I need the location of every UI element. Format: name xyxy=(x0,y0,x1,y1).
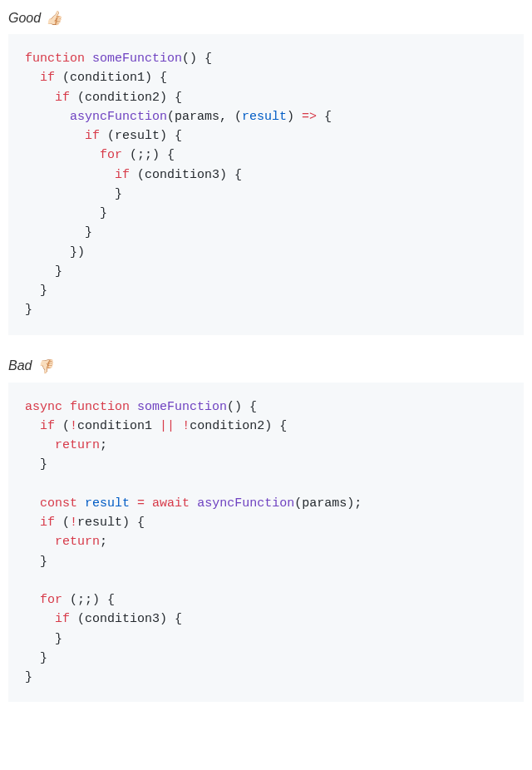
code-token xyxy=(25,496,40,511)
code-token: if xyxy=(40,419,55,433)
code-token: condition2) { xyxy=(190,419,287,433)
code-token: if xyxy=(55,91,70,105)
code-token: result xyxy=(85,496,130,511)
code-token xyxy=(25,419,40,433)
bad-code-block: async function someFunction() { if (!con… xyxy=(8,383,524,703)
code-token: asyncFunction xyxy=(197,496,294,511)
code-token: (;;) { xyxy=(122,148,175,162)
code-token xyxy=(25,110,70,124)
thumbs-down-icon: 👎🏻 xyxy=(37,358,53,374)
code-token: } xyxy=(25,632,62,646)
code-token xyxy=(25,71,40,85)
code-token: someFunction xyxy=(137,400,227,414)
code-token: function xyxy=(70,400,130,414)
code-token: result xyxy=(242,110,287,124)
code-token: = xyxy=(137,496,145,511)
code-token: ; xyxy=(100,438,107,452)
code-token: } xyxy=(25,457,47,471)
code-token xyxy=(130,496,137,511)
code-token: () { xyxy=(227,400,257,414)
code-token xyxy=(25,148,100,162)
code-token: if xyxy=(115,168,130,182)
code-token xyxy=(25,516,40,530)
code-token xyxy=(25,438,55,452)
code-token xyxy=(25,612,55,626)
code-token: for xyxy=(100,148,122,162)
code-token: } xyxy=(25,555,47,569)
code-token: } xyxy=(25,187,122,201)
code-token: if xyxy=(85,129,100,143)
code-token xyxy=(25,91,55,105)
thumbs-up-icon: 👍🏻 xyxy=(46,10,62,26)
code-token xyxy=(175,419,182,433)
code-token: => xyxy=(302,110,317,124)
code-token xyxy=(130,400,137,414)
code-token: const xyxy=(40,496,77,511)
code-token: () { xyxy=(182,52,212,66)
code-token: result) { xyxy=(77,516,145,530)
code-token: if xyxy=(40,71,55,85)
code-token: } xyxy=(25,225,92,239)
code-token: ( xyxy=(55,516,70,530)
code-token xyxy=(145,496,152,511)
code-token: (condition2) { xyxy=(70,91,182,105)
bad-label: Bad 👎🏻 xyxy=(8,358,524,374)
code-token: } xyxy=(25,264,62,279)
good-label: Good 👍🏻 xyxy=(8,10,524,26)
code-token: condition1 xyxy=(77,419,160,433)
code-token xyxy=(25,535,55,549)
code-token: } xyxy=(25,303,32,317)
code-token: for xyxy=(40,593,62,607)
code-token xyxy=(25,129,85,143)
code-token: asyncFunction xyxy=(70,110,167,124)
code-token: } xyxy=(25,206,107,220)
code-token: (condition3) { xyxy=(70,612,182,626)
code-token: } xyxy=(25,284,47,298)
code-token: (condition3) { xyxy=(130,168,242,182)
code-token: (result) { xyxy=(100,129,182,143)
code-token: (params); xyxy=(294,496,362,511)
code-token: someFunction xyxy=(92,52,182,66)
code-token: ! xyxy=(70,419,77,433)
code-token xyxy=(25,168,115,182)
code-token xyxy=(85,52,92,66)
code-token: (params, ( xyxy=(167,110,242,124)
code-token: ! xyxy=(182,419,190,433)
code-token: ) xyxy=(287,110,302,124)
code-token xyxy=(62,400,70,414)
code-token: function xyxy=(25,52,85,66)
code-token: (condition1) { xyxy=(55,71,167,85)
bad-label-text: Bad xyxy=(8,358,32,373)
code-token xyxy=(77,496,85,511)
good-code-block: function someFunction() { if (condition1… xyxy=(8,34,524,335)
code-token: return xyxy=(55,438,100,452)
code-token: || xyxy=(160,419,175,433)
code-token: ( xyxy=(55,419,70,433)
code-token: (;;) { xyxy=(62,593,115,607)
code-token xyxy=(190,496,197,511)
code-token xyxy=(25,593,40,607)
code-token: ; xyxy=(100,535,107,549)
code-token: if xyxy=(55,612,70,626)
code-token: return xyxy=(55,535,100,549)
code-token: { xyxy=(317,110,332,124)
code-token: }) xyxy=(25,245,85,259)
code-token: } xyxy=(25,651,47,665)
code-token: } xyxy=(25,670,32,684)
code-token: await xyxy=(152,496,190,511)
code-token: ! xyxy=(70,516,77,530)
code-token: async xyxy=(25,400,62,414)
good-label-text: Good xyxy=(8,11,41,26)
code-token: if xyxy=(40,516,55,530)
